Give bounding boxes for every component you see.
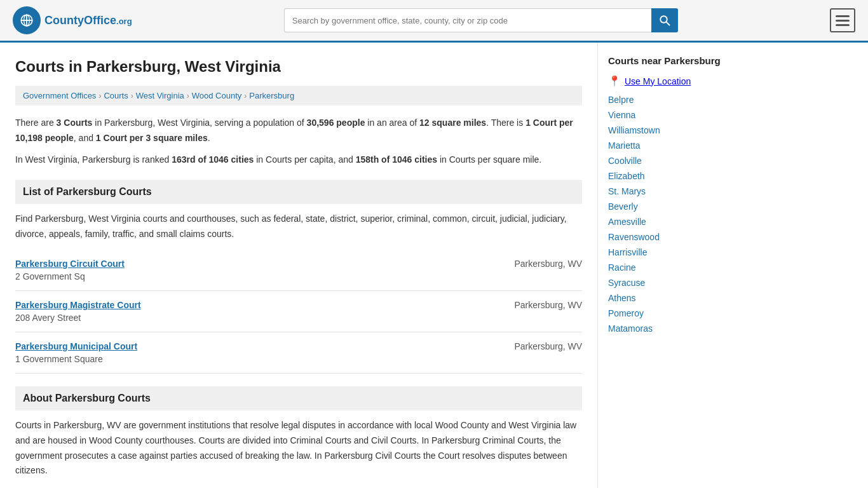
nearby-city-item: Belpre [608, 95, 727, 105]
nearby-cities-list: BelpreViennaWilliamstownMariettaCoolvill… [608, 95, 727, 334]
breadcrumb-city[interactable]: Parkersburg [249, 91, 294, 100]
breadcrumb-sep-1: › [98, 92, 101, 100]
breadcrumb: Government Offices › Courts › West Virgi… [15, 86, 582, 105]
court-address-1: 2 Government Sq [15, 271, 480, 281]
use-my-location[interactable]: 📍 Use My Location [608, 75, 727, 87]
nearby-city-link-1[interactable]: Vienna [608, 110, 635, 120]
breadcrumb-courts[interactable]: Courts [104, 91, 128, 100]
search-icon [659, 15, 670, 26]
nearby-city-item: Ravenswood [608, 232, 727, 242]
logo-icon [13, 6, 41, 34]
stats-paragraph-2: In West Virginia, Parkersburg is ranked … [15, 152, 582, 168]
menu-icon-line1 [836, 15, 850, 17]
court-link-3[interactable]: Parkersburg Municipal Court [15, 341, 137, 351]
nearby-city-item: Elizabeth [608, 171, 727, 181]
use-location-link[interactable]: Use My Location [625, 76, 691, 86]
breadcrumb-county[interactable]: Wood County [192, 91, 242, 100]
breadcrumb-state[interactable]: West Virginia [136, 91, 184, 100]
nearby-city-link-14[interactable]: Pomeroy [608, 308, 644, 318]
page-title: Courts in Parkersburg, West Virginia [15, 58, 582, 76]
court-list: Parkersburg Circuit Court 2 Government S… [15, 250, 582, 374]
nearby-city-link-0[interactable]: Belpre [608, 95, 634, 105]
nearby-city-item: Harrisville [608, 247, 727, 257]
nearby-city-link-10[interactable]: Harrisville [608, 247, 647, 257]
breadcrumb-sep-4: › [244, 92, 247, 100]
about-text: Courts in Parkersburg, WV are government… [15, 418, 582, 478]
svg-line-6 [666, 22, 669, 25]
nearby-city-link-9[interactable]: Ravenswood [608, 232, 660, 242]
sidebar-title: Courts near Parkersburg [608, 55, 727, 66]
nearby-city-item: Williamstown [608, 125, 727, 135]
stats-paragraph-1: There are 3 Courts in Parkersburg, West … [15, 116, 582, 146]
nearby-city-item: Marietta [608, 140, 727, 151]
nearby-city-item: Matamoras [608, 323, 727, 334]
list-description: Find Parkersburg, West Virginia courts a… [15, 212, 582, 242]
list-section-header: List of Parkersburg Courts [15, 180, 582, 204]
location-pin-icon: 📍 [608, 75, 621, 87]
nearby-city-item: Racine [608, 262, 727, 273]
nearby-city-link-5[interactable]: Elizabeth [608, 171, 645, 181]
search-input[interactable] [284, 8, 651, 32]
nearby-city-link-11[interactable]: Racine [608, 262, 636, 273]
nearby-city-item: Vienna [608, 110, 727, 120]
court-item-3: Parkersburg Municipal Court 1 Government… [15, 332, 582, 373]
nearby-city-link-3[interactable]: Marietta [608, 140, 641, 151]
nearby-city-item: Syracuse [608, 278, 727, 288]
nearby-city-link-12[interactable]: Syracuse [608, 278, 645, 288]
court-item-2: Parkersburg Magistrate Court 208 Avery S… [15, 291, 582, 332]
nearby-city-link-15[interactable]: Matamoras [608, 323, 653, 334]
court-location-3: Parkersburg, WV [480, 341, 582, 351]
logo[interactable]: CountyOffice.org [13, 6, 132, 34]
nearby-city-link-6[interactable]: St. Marys [608, 186, 646, 196]
nearby-city-link-13[interactable]: Athens [608, 293, 636, 303]
breadcrumb-sep-2: › [131, 92, 133, 100]
court-link-1[interactable]: Parkersburg Circuit Court [15, 259, 125, 269]
nearby-city-item: St. Marys [608, 186, 727, 196]
sidebar: Courts near Parkersburg 📍 Use My Locatio… [597, 43, 737, 488]
nearby-city-link-8[interactable]: Amesville [608, 217, 646, 227]
about-section-header: About Parkersburg Courts [15, 386, 582, 410]
nearby-city-link-7[interactable]: Beverly [608, 201, 638, 212]
nearby-city-item: Amesville [608, 217, 727, 227]
court-location-1: Parkersburg, WV [480, 259, 582, 269]
nearby-city-item: Pomeroy [608, 308, 727, 318]
breadcrumb-sep-3: › [187, 92, 189, 100]
court-item-1: Parkersburg Circuit Court 2 Government S… [15, 250, 582, 291]
court-link-2[interactable]: Parkersburg Magistrate Court [15, 300, 141, 310]
court-location-2: Parkersburg, WV [480, 300, 582, 310]
menu-icon-line2 [836, 20, 850, 22]
nearby-city-item: Beverly [608, 201, 727, 212]
menu-icon-line3 [836, 24, 850, 26]
nearby-city-item: Coolville [608, 156, 727, 166]
court-address-3: 1 Government Square [15, 354, 480, 364]
nearby-city-link-4[interactable]: Coolville [608, 156, 642, 166]
nearby-city-link-2[interactable]: Williamstown [608, 125, 660, 135]
search-button[interactable] [651, 8, 678, 32]
court-address-2: 208 Avery Street [15, 313, 480, 323]
breadcrumb-gov-offices[interactable]: Government Offices [23, 91, 96, 100]
menu-button[interactable] [830, 8, 855, 32]
logo-text: CountyOffice.org [44, 14, 132, 27]
nearby-city-item: Athens [608, 293, 727, 303]
